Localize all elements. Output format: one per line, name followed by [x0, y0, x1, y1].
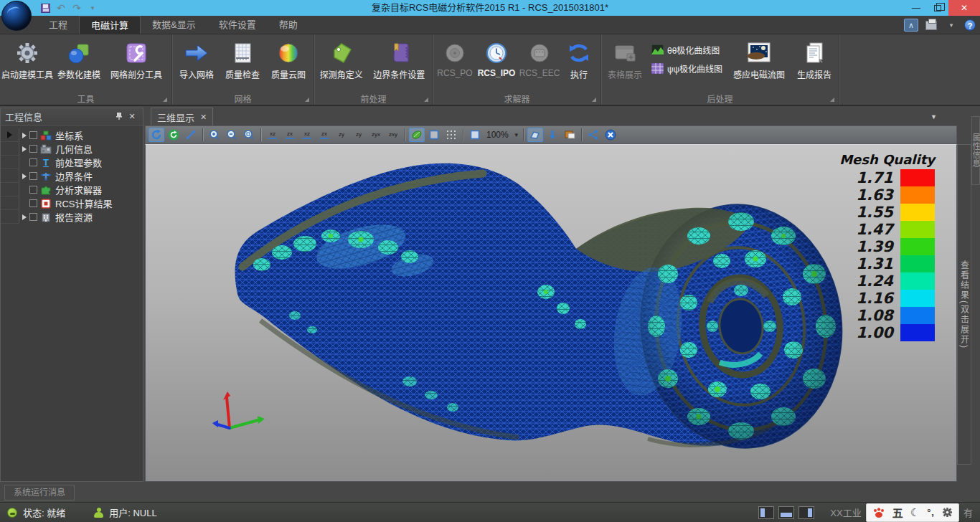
checkbox[interactable]: [29, 145, 37, 153]
points-mode-button[interactable]: [443, 128, 459, 142]
expander-icon[interactable]: [19, 146, 29, 152]
tree-item-coordinate-system[interactable]: 坐标系: [1, 128, 143, 142]
view-iso2-button[interactable]: zxy: [385, 128, 401, 142]
rcs-po-button[interactable]: RCS_PO: [435, 37, 475, 78]
geometry-icon: [40, 144, 52, 154]
quality-check-button[interactable]: 质量检查: [220, 37, 265, 80]
tree-item-geometry-info[interactable]: 几何信息: [1, 142, 143, 156]
tab-close-icon[interactable]: ✕: [200, 113, 207, 122]
dialog-launcher-icon[interactable]: [305, 98, 309, 102]
app-logo-icon[interactable]: [1, 1, 32, 31]
parametric-modeling-button[interactable]: 参数化建模: [53, 37, 105, 80]
ribbon-collapse-button[interactable]: ∧: [904, 19, 918, 32]
psi-polar-curve-button[interactable]: ψψ极化曲线图: [651, 60, 722, 76]
tree-item-report-resources[interactable]: 报告资源: [1, 210, 143, 224]
expander-icon[interactable]: [19, 133, 29, 138]
viewport-3d-canvas[interactable]: Mesh Quality 1.71 1.63 1.55 1.47 1.39 1.…: [145, 144, 957, 482]
tab-em-computation[interactable]: 电磁计算: [79, 16, 141, 34]
ime-punctuation[interactable]: °,: [927, 507, 935, 518]
ime-toolbar[interactable]: 五 ☾ °,: [866, 503, 959, 522]
expander-icon[interactable]: [19, 214, 29, 220]
checkbox[interactable]: [29, 172, 37, 180]
view-left-button[interactable]: xz: [299, 128, 315, 142]
system-messages-tab[interactable]: 系统运行消息: [4, 485, 75, 500]
dialog-launcher-icon[interactable]: [163, 98, 167, 102]
zoom-in-button[interactable]: [207, 128, 222, 142]
dialog-launcher-icon[interactable]: [592, 98, 596, 102]
share-button[interactable]: [585, 128, 601, 142]
tab-project[interactable]: 工程: [37, 16, 79, 34]
boundary-condition-button[interactable]: 边界条件设置: [367, 37, 431, 80]
tree-item-rcs-results[interactable]: RCS计算结果: [1, 196, 143, 210]
layout-bottom-button[interactable]: [778, 506, 794, 519]
zoom-level-icon[interactable]: [467, 128, 483, 142]
device-dropdown[interactable]: ▾: [944, 19, 958, 32]
minimize-button[interactable]: —: [905, 0, 927, 16]
pin-icon[interactable]: [113, 112, 126, 122]
close-view-button[interactable]: [603, 128, 618, 142]
checkbox[interactable]: [29, 199, 37, 207]
flat-mode-button[interactable]: [426, 128, 442, 142]
sync-view-button[interactable]: [166, 128, 182, 142]
generate-report-button[interactable]: 生成报告: [791, 37, 837, 80]
view-back-button[interactable]: zx: [282, 128, 298, 142]
view-front-button[interactable]: xz: [265, 128, 281, 142]
maximize-button[interactable]: [927, 0, 948, 16]
tree-item-analysis-solver[interactable]: 分析求解器: [1, 183, 143, 196]
dialog-launcher-icon[interactable]: [424, 98, 428, 102]
tree-item-boundary-conditions[interactable]: 边界条件: [1, 169, 143, 183]
arrow-down-button[interactable]: [545, 128, 560, 142]
layout-left-button[interactable]: [758, 506, 774, 519]
capture-window-button[interactable]: [562, 128, 578, 142]
coordinate-system-icon: [40, 130, 52, 141]
view-right-button[interactable]: zx: [316, 128, 332, 142]
tab-software-settings[interactable]: 软件设置: [207, 16, 268, 34]
ime-settings-gear-icon[interactable]: [942, 507, 953, 518]
grid-paper-icon: [230, 40, 255, 66]
rotate-view-button[interactable]: [149, 128, 164, 142]
probe-angle-button[interactable]: 探测角定义: [316, 37, 367, 80]
mesh-partition-tool-button[interactable]: 网格剖分工具: [105, 37, 168, 80]
tab-3d-display[interactable]: 三维显示 ✕: [151, 108, 213, 125]
expander-icon[interactable]: [19, 174, 29, 179]
results-collapsed-bar[interactable]: 查看结果(双击展开): [957, 144, 971, 465]
checkbox[interactable]: [29, 131, 37, 139]
zoom-dropdown-icon[interactable]: ▼: [514, 132, 519, 138]
quality-cloud-button[interactable]: 质量云图: [265, 37, 311, 80]
view-iso1-button[interactable]: zyx: [368, 128, 384, 142]
rcs-ipo-button[interactable]: RCS_IPO: [475, 37, 518, 78]
layout-right-button[interactable]: [798, 506, 814, 519]
pan-button[interactable]: [183, 128, 199, 142]
checkbox[interactable]: [29, 213, 37, 221]
close-button[interactable]: ✕: [948, 0, 980, 16]
launch-modeling-tool-button[interactable]: 启动建模工具: [1, 37, 53, 80]
view-bottom-button[interactable]: zy: [351, 128, 367, 142]
execute-button[interactable]: 执行: [561, 37, 597, 80]
import-mesh-button[interactable]: 导入网格: [174, 37, 220, 80]
device-button[interactable]: [924, 19, 938, 32]
zoom-level-value[interactable]: 100%: [486, 130, 509, 140]
induced-current-map-button[interactable]: 感应电磁流图: [727, 37, 791, 80]
rcs-eec-button[interactable]: RCS_EEC: [518, 37, 561, 78]
help-button[interactable]: ?: [964, 19, 976, 31]
properties-collapsed-tab[interactable]: 属性信息: [971, 116, 980, 185]
mesh-model[interactable]: [146, 145, 957, 482]
zoom-fit-button[interactable]: [241, 128, 257, 142]
tab-data-display[interactable]: 数据&显示: [141, 16, 207, 34]
ribbon-group-postprocess: 表格展示 θθ极化曲线图 ψψ极化曲线图 感应电磁流图: [601, 34, 839, 105]
polygon-select-button[interactable]: [527, 128, 543, 142]
view-top-button[interactable]: zy: [334, 128, 349, 142]
ime-mode[interactable]: 五: [892, 505, 903, 520]
tab-help[interactable]: 帮助: [268, 16, 309, 34]
table-display-button[interactable]: 表格展示: [603, 37, 647, 80]
dialog-launcher-icon[interactable]: [830, 98, 834, 102]
theta-polar-curve-button[interactable]: θθ极化曲线图: [651, 42, 722, 57]
checkbox[interactable]: [29, 186, 37, 194]
checkbox[interactable]: [29, 158, 37, 166]
zoom-out-button[interactable]: [224, 128, 240, 142]
moon-icon[interactable]: ☾: [910, 506, 920, 519]
tree-item-preprocess-params[interactable]: T 前处理参数: [1, 156, 143, 169]
shaded-mode-button[interactable]: [409, 128, 425, 142]
panel-close-icon[interactable]: ✕: [126, 112, 138, 121]
tabstrip-dropdown-icon[interactable]: ▼: [930, 113, 937, 120]
